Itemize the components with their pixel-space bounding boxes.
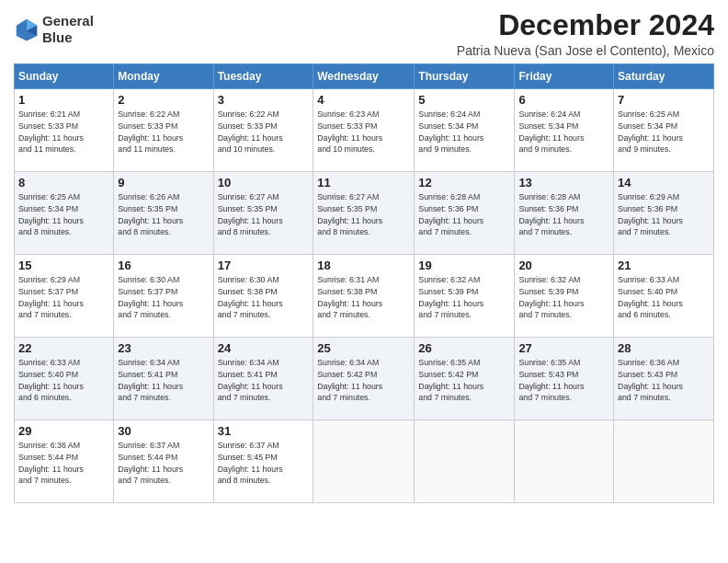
day-info: Sunrise: 6:22 AM Sunset: 5:33 PM Dayligh… bbox=[218, 109, 310, 155]
day-info: Sunrise: 6:30 AM Sunset: 5:37 PM Dayligh… bbox=[118, 274, 209, 321]
table-row: 10Sunrise: 6:27 AM Sunset: 5:35 PM Dayli… bbox=[213, 172, 313, 255]
day-info: Sunrise: 6:21 AM Sunset: 5:33 PM Dayligh… bbox=[18, 109, 109, 155]
logo: General Blue bbox=[14, 13, 94, 46]
day-info: Sunrise: 6:23 AM Sunset: 5:33 PM Dayligh… bbox=[317, 109, 410, 155]
col-wednesday: Wednesday bbox=[313, 64, 415, 89]
day-number: 27 bbox=[518, 341, 609, 355]
table-row: 29Sunrise: 6:36 AM Sunset: 5:44 PM Dayli… bbox=[15, 420, 114, 503]
day-info: Sunrise: 6:35 AM Sunset: 5:42 PM Dayligh… bbox=[418, 357, 510, 404]
table-row bbox=[415, 420, 515, 503]
day-info: Sunrise: 6:25 AM Sunset: 5:34 PM Dayligh… bbox=[18, 191, 109, 238]
table-row: 6Sunrise: 6:24 AM Sunset: 5:34 PM Daylig… bbox=[515, 89, 614, 172]
day-number: 30 bbox=[118, 424, 209, 438]
table-row: 11Sunrise: 6:27 AM Sunset: 5:35 PM Dayli… bbox=[313, 172, 415, 255]
week-row-5: 29Sunrise: 6:36 AM Sunset: 5:44 PM Dayli… bbox=[15, 420, 714, 503]
table-row: 21Sunrise: 6:33 AM Sunset: 5:40 PM Dayli… bbox=[614, 255, 714, 338]
col-monday: Monday bbox=[114, 64, 213, 89]
logo-line2: Blue bbox=[42, 29, 94, 46]
day-info: Sunrise: 6:27 AM Sunset: 5:35 PM Dayligh… bbox=[317, 191, 410, 238]
day-number: 26 bbox=[418, 341, 510, 355]
day-info: Sunrise: 6:37 AM Sunset: 5:45 PM Dayligh… bbox=[218, 440, 310, 487]
col-friday: Friday bbox=[515, 64, 614, 89]
table-row: 9Sunrise: 6:26 AM Sunset: 5:35 PM Daylig… bbox=[114, 172, 213, 255]
table-row: 7Sunrise: 6:25 AM Sunset: 5:34 PM Daylig… bbox=[614, 89, 714, 172]
table-row: 19Sunrise: 6:32 AM Sunset: 5:39 PM Dayli… bbox=[415, 255, 515, 338]
col-saturday: Saturday bbox=[614, 64, 714, 89]
day-info: Sunrise: 6:31 AM Sunset: 5:38 PM Dayligh… bbox=[317, 274, 410, 321]
day-number: 8 bbox=[18, 176, 109, 190]
day-info: Sunrise: 6:37 AM Sunset: 5:44 PM Dayligh… bbox=[118, 440, 209, 487]
table-row: 23Sunrise: 6:34 AM Sunset: 5:41 PM Dayli… bbox=[114, 338, 213, 420]
day-number: 29 bbox=[18, 424, 109, 438]
day-info: Sunrise: 6:36 AM Sunset: 5:44 PM Dayligh… bbox=[18, 440, 109, 487]
logo-icon bbox=[14, 17, 40, 42]
day-number: 18 bbox=[317, 259, 410, 272]
day-number: 22 bbox=[18, 341, 109, 355]
table-row: 15Sunrise: 6:29 AM Sunset: 5:37 PM Dayli… bbox=[15, 255, 114, 338]
day-number: 4 bbox=[317, 93, 410, 107]
day-info: Sunrise: 6:29 AM Sunset: 5:37 PM Dayligh… bbox=[18, 274, 109, 321]
day-number: 3 bbox=[218, 93, 310, 107]
day-info: Sunrise: 6:28 AM Sunset: 5:36 PM Dayligh… bbox=[518, 191, 609, 238]
day-info: Sunrise: 6:33 AM Sunset: 5:40 PM Dayligh… bbox=[18, 357, 109, 404]
title-block: December 2024 Patria Nueva (San Jose el … bbox=[457, 9, 714, 58]
month-title: December 2024 bbox=[457, 9, 714, 41]
day-number: 10 bbox=[218, 176, 310, 190]
day-number: 13 bbox=[518, 176, 609, 190]
table-row: 8Sunrise: 6:25 AM Sunset: 5:34 PM Daylig… bbox=[15, 172, 114, 255]
day-info: Sunrise: 6:25 AM Sunset: 5:34 PM Dayligh… bbox=[618, 109, 710, 155]
table-row: 17Sunrise: 6:30 AM Sunset: 5:38 PM Dayli… bbox=[213, 255, 313, 338]
table-row: 13Sunrise: 6:28 AM Sunset: 5:36 PM Dayli… bbox=[515, 172, 614, 255]
week-row-2: 8Sunrise: 6:25 AM Sunset: 5:34 PM Daylig… bbox=[15, 172, 714, 255]
col-thursday: Thursday bbox=[415, 64, 515, 89]
day-info: Sunrise: 6:22 AM Sunset: 5:33 PM Dayligh… bbox=[118, 109, 209, 155]
col-sunday: Sunday bbox=[15, 64, 114, 89]
week-row-1: 1Sunrise: 6:21 AM Sunset: 5:33 PM Daylig… bbox=[15, 89, 714, 172]
day-number: 21 bbox=[618, 259, 710, 272]
day-number: 16 bbox=[118, 259, 209, 272]
table-row: 12Sunrise: 6:28 AM Sunset: 5:36 PM Dayli… bbox=[415, 172, 515, 255]
day-number: 15 bbox=[18, 259, 109, 272]
day-number: 17 bbox=[218, 259, 310, 272]
day-number: 6 bbox=[518, 93, 609, 107]
table-row: 5Sunrise: 6:24 AM Sunset: 5:34 PM Daylig… bbox=[415, 89, 515, 172]
table-row: 16Sunrise: 6:30 AM Sunset: 5:37 PM Dayli… bbox=[114, 255, 213, 338]
header: General Blue December 2024 Patria Nueva … bbox=[14, 9, 714, 58]
day-number: 14 bbox=[618, 176, 710, 190]
day-number: 31 bbox=[218, 424, 310, 438]
day-info: Sunrise: 6:29 AM Sunset: 5:36 PM Dayligh… bbox=[618, 191, 710, 238]
table-row: 31Sunrise: 6:37 AM Sunset: 5:45 PM Dayli… bbox=[213, 420, 313, 503]
day-number: 7 bbox=[618, 93, 710, 107]
week-row-4: 22Sunrise: 6:33 AM Sunset: 5:40 PM Dayli… bbox=[15, 338, 714, 420]
day-info: Sunrise: 6:34 AM Sunset: 5:41 PM Dayligh… bbox=[218, 357, 310, 404]
week-row-3: 15Sunrise: 6:29 AM Sunset: 5:37 PM Dayli… bbox=[15, 255, 714, 338]
day-number: 1 bbox=[18, 93, 109, 107]
day-number: 12 bbox=[418, 176, 510, 190]
day-info: Sunrise: 6:26 AM Sunset: 5:35 PM Dayligh… bbox=[118, 191, 209, 238]
table-row: 4Sunrise: 6:23 AM Sunset: 5:33 PM Daylig… bbox=[313, 89, 415, 172]
table-row: 24Sunrise: 6:34 AM Sunset: 5:41 PM Dayli… bbox=[213, 338, 313, 420]
day-number: 5 bbox=[418, 93, 510, 107]
day-number: 19 bbox=[418, 259, 510, 272]
day-info: Sunrise: 6:32 AM Sunset: 5:39 PM Dayligh… bbox=[518, 274, 609, 321]
table-row: 1Sunrise: 6:21 AM Sunset: 5:33 PM Daylig… bbox=[15, 89, 114, 172]
table-row bbox=[515, 420, 614, 503]
day-info: Sunrise: 6:24 AM Sunset: 5:34 PM Dayligh… bbox=[518, 109, 609, 155]
day-info: Sunrise: 6:27 AM Sunset: 5:35 PM Dayligh… bbox=[218, 191, 310, 238]
table-row: 3Sunrise: 6:22 AM Sunset: 5:33 PM Daylig… bbox=[213, 89, 313, 172]
table-row bbox=[313, 420, 415, 503]
calendar-header-row: Sunday Monday Tuesday Wednesday Thursday… bbox=[15, 64, 714, 89]
subtitle: Patria Nueva (San Jose el Contento), Mex… bbox=[457, 43, 714, 58]
day-info: Sunrise: 6:34 AM Sunset: 5:41 PM Dayligh… bbox=[118, 357, 209, 404]
table-row: 14Sunrise: 6:29 AM Sunset: 5:36 PM Dayli… bbox=[614, 172, 714, 255]
table-row: 26Sunrise: 6:35 AM Sunset: 5:42 PM Dayli… bbox=[415, 338, 515, 420]
table-row: 30Sunrise: 6:37 AM Sunset: 5:44 PM Dayli… bbox=[114, 420, 213, 503]
day-number: 2 bbox=[118, 93, 209, 107]
table-row: 2Sunrise: 6:22 AM Sunset: 5:33 PM Daylig… bbox=[114, 89, 213, 172]
day-number: 25 bbox=[317, 341, 410, 355]
day-info: Sunrise: 6:28 AM Sunset: 5:36 PM Dayligh… bbox=[418, 191, 510, 238]
day-number: 11 bbox=[317, 176, 410, 190]
page: General Blue December 2024 Patria Nueva … bbox=[0, 0, 728, 563]
day-info: Sunrise: 6:35 AM Sunset: 5:43 PM Dayligh… bbox=[518, 357, 609, 404]
day-number: 23 bbox=[118, 341, 209, 355]
